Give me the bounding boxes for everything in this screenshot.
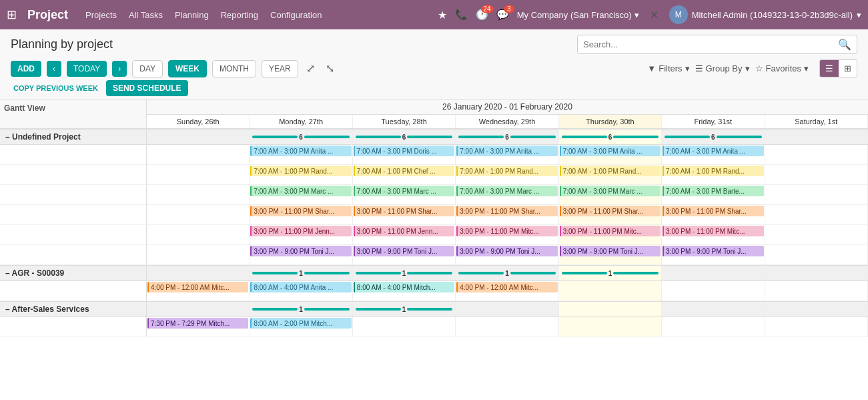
favorites-button[interactable]: ☆ Favorites ▾: [755, 63, 809, 73]
shift-block[interactable]: 7:00 AM - 3:00 PM Anita ...: [456, 146, 557, 156]
sub-header-top: Planning by project 🔍: [11, 35, 857, 54]
nav-reporting[interactable]: Reporting: [221, 10, 258, 20]
month-button[interactable]: MONTH: [212, 60, 256, 77]
chat-badge[interactable]: 💬3: [496, 9, 509, 21]
shift-block[interactable]: 7:00 AM - 1:00 PM Rand...: [663, 166, 763, 176]
nav-projects[interactable]: Projects: [85, 10, 117, 20]
avatar: M: [669, 5, 688, 24]
shift-block[interactable]: 7:00 AM - 1:00 PM Rand...: [560, 166, 661, 176]
send-schedule-button[interactable]: SEND SCHEDULE: [106, 80, 188, 96]
close-icon[interactable]: ✕: [647, 6, 661, 24]
list-view-button[interactable]: ☰: [820, 60, 839, 77]
gantt-container: Gantt View 26 January 2020 - 01 February…: [0, 99, 868, 400]
filters-button[interactable]: ▼ Filters ▾: [647, 63, 689, 73]
app-grid-icon[interactable]: ⊞: [7, 7, 17, 22]
shift-block[interactable]: 7:00 AM - 1:00 PM Rand...: [250, 166, 351, 176]
gantt-cell: [765, 281, 868, 301]
shift-block[interactable]: 3:00 PM - 11:00 PM Shar...: [560, 206, 661, 216]
group-cell-1-3: 1: [456, 266, 558, 280]
shift-block[interactable]: 4:00 PM - 12:00 AM Mitc...: [456, 282, 557, 292]
shift-block[interactable]: 3:00 PM - 11:00 PM Mitc...: [663, 226, 763, 236]
shift-block[interactable]: 3:00 PM - 11:00 PM Mitc...: [560, 226, 661, 236]
gantt-cell: 3:00 PM - 11:00 PM Jenn...: [250, 225, 352, 244]
gantt-cell: [662, 317, 765, 337]
user-menu[interactable]: M Mitchell Admin (1049323-13-0-2b3d9c-al…: [669, 5, 861, 24]
shift-block[interactable]: 7:00 AM - 3:00 PM Marc ...: [354, 186, 454, 196]
shift-block[interactable]: 7:00 AM - 1:00 PM Chef ...: [354, 166, 454, 176]
day-button[interactable]: DAY: [132, 60, 163, 77]
grid-view-button[interactable]: ⊞: [839, 60, 857, 77]
gantt-day-6: Saturday, 1st: [765, 115, 868, 128]
toolbar-right: ▼ Filters ▾ ☰ Group By ▾ ☆ Favorites ▾ ☰…: [647, 59, 857, 77]
shift-block[interactable]: 3:00 PM - 9:00 PM Toni J...: [250, 246, 351, 256]
gantt-day-4: Thursday, 30th: [559, 115, 662, 128]
shift-block[interactable]: 3:00 PM - 11:00 PM Shar...: [354, 206, 454, 216]
clock-count: 24: [481, 5, 494, 13]
prev-button[interactable]: ‹: [47, 61, 61, 77]
top-nav: ⊞ Project Projects All Tasks Planning Re…: [0, 0, 868, 29]
nav-configuration[interactable]: Configuration: [270, 10, 322, 20]
shift-block[interactable]: 7:00 AM - 1:00 PM Rand...: [456, 166, 557, 176]
gantt-cell: [147, 145, 250, 164]
app-title: Project: [27, 8, 68, 22]
shift-block[interactable]: 7:00 AM - 3:00 PM Anita ...: [250, 146, 351, 156]
gantt-cell: [147, 185, 250, 204]
clock-badge[interactable]: 🕐24: [476, 9, 488, 21]
today-button[interactable]: TODAY: [67, 61, 107, 77]
row-label: [0, 245, 147, 264]
shift-block[interactable]: 7:30 PM - 7:29 PM Mitch...: [147, 318, 248, 329]
year-button[interactable]: YEAR: [262, 60, 298, 77]
add-button[interactable]: ADD: [11, 61, 41, 77]
nav-planning[interactable]: Planning: [175, 10, 209, 20]
shift-block[interactable]: 7:00 AM - 3:00 PM Marc ...: [560, 186, 661, 196]
shift-block[interactable]: 3:00 PM - 9:00 PM Toni J...: [456, 246, 557, 256]
shift-block[interactable]: 3:00 PM - 11:00 PM Mitc...: [456, 226, 557, 236]
shift-block[interactable]: 7:00 AM - 3:00 PM Doris ...: [354, 146, 454, 156]
gantt-cell: 7:00 AM - 3:00 PM Marc ...: [456, 185, 558, 204]
shift-block[interactable]: 3:00 PM - 9:00 PM Toni J...: [354, 246, 454, 256]
shift-block[interactable]: 7:00 AM - 3:00 PM Marc ...: [250, 186, 351, 196]
shift-block[interactable]: 8:00 AM - 4:00 PM Anita ...: [250, 282, 351, 292]
phone-icon[interactable]: 📞: [455, 9, 468, 21]
shift-block[interactable]: 3:00 PM - 11:00 PM Jenn...: [250, 226, 351, 236]
shift-block[interactable]: 8:00 AM - 2:00 PM Mitch...: [250, 318, 351, 329]
group-cell-1-2: 1: [353, 266, 456, 280]
row-cells: 7:00 AM - 1:00 PM Rand... 7:00 AM - 1:00…: [147, 165, 868, 184]
nav-all-tasks[interactable]: All Tasks: [129, 10, 163, 20]
group-by-button[interactable]: ☰ Group By ▾: [695, 63, 750, 73]
view-toggle: ☰ ⊞: [819, 59, 857, 77]
shift-block[interactable]: 4:00 PM - 12:00 AM Mitc...: [147, 282, 248, 292]
shift-block[interactable]: 7:00 AM - 3:00 PM Marc ...: [456, 186, 557, 196]
shift-block[interactable]: 3:00 PM - 9:00 PM Toni J...: [560, 246, 661, 256]
next-button[interactable]: ›: [112, 61, 127, 77]
copy-prev-week-button[interactable]: COPY PREVIOUS WEEK: [11, 81, 101, 95]
search-bar[interactable]: 🔍: [577, 35, 857, 54]
search-icon[interactable]: 🔍: [838, 38, 851, 51]
shift-block[interactable]: 8:00 AM - 4:00 PM Mitch...: [354, 282, 454, 292]
shrink-icon[interactable]: ⤡: [323, 59, 337, 77]
shift-block[interactable]: 3:00 PM - 9:00 PM Toni J...: [663, 246, 763, 256]
shift-block[interactable]: 3:00 PM - 11:00 PM Jenn...: [354, 226, 454, 236]
group-cell-2-2: 1: [353, 302, 456, 317]
gantt-cell: [147, 165, 250, 184]
group-cell-2-3: [456, 302, 558, 317]
gantt-cell: 7:30 PM - 7:29 PM Mitch...: [147, 317, 250, 337]
gantt-week-header: 26 January 2020 - 01 February 2020 Sunda…: [147, 99, 868, 128]
search-input[interactable]: [583, 39, 838, 49]
gantt-cell: [559, 281, 662, 301]
week-button[interactable]: WEEK: [168, 60, 207, 77]
company-selector[interactable]: My Company (San Francisco) ▾: [517, 10, 639, 20]
gantt-cell: [765, 205, 868, 224]
shift-block[interactable]: 3:00 PM - 11:00 PM Shar...: [663, 206, 763, 216]
gantt-cell: [662, 281, 765, 301]
group-cell-1-0: [147, 266, 250, 280]
shift-block[interactable]: 7:00 AM - 3:00 PM Anita ...: [663, 146, 763, 156]
shift-block[interactable]: 3:00 PM - 11:00 PM Shar...: [250, 206, 351, 216]
shift-block[interactable]: 7:00 AM - 3:00 PM Anita ...: [560, 146, 661, 156]
shift-block[interactable]: 7:00 AM - 3:00 PM Barte...: [663, 186, 763, 196]
shift-block[interactable]: 3:00 PM - 11:00 PM Shar...: [456, 206, 557, 216]
expand-icon[interactable]: ⤢: [304, 59, 318, 77]
star-icon[interactable]: ★: [438, 9, 447, 21]
toolbar-row: ADD ‹ TODAY › DAY WEEK MONTH YEAR ⤢ ⤡ ▼ …: [11, 59, 857, 77]
chat-count: 3: [504, 5, 514, 13]
